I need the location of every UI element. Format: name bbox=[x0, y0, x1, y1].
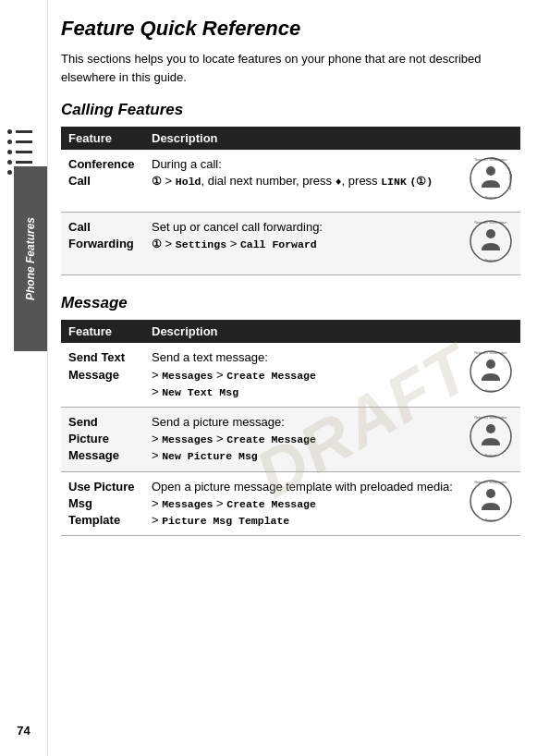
feature-icon-pic-template: Network / Subscription Feature bbox=[461, 471, 520, 536]
svg-point-13 bbox=[470, 416, 511, 457]
svg-point-14 bbox=[486, 424, 495, 433]
svg-text:Feature: Feature bbox=[485, 196, 496, 200]
section-heading-calling: Calling Features bbox=[61, 101, 520, 119]
feature-desc-picture-msg: Send a picture message: > Messages > Cre… bbox=[144, 407, 461, 471]
feature-desc-text-msg: Send a text message: > Messages > Create… bbox=[144, 343, 461, 407]
message-features-table: Feature Description Send Text Message Se… bbox=[61, 320, 520, 536]
intro-text: This sections helps you to locate featur… bbox=[61, 50, 520, 86]
feature-label-picture-msg: Send Picture Message bbox=[61, 407, 144, 471]
col-description-calling: Description bbox=[144, 127, 520, 150]
svg-text:Network / Subscription: Network / Subscription bbox=[474, 158, 506, 162]
sidebar: Phone Features 74 bbox=[0, 0, 48, 756]
svg-point-1 bbox=[486, 166, 495, 176]
sidebar-tab: Phone Features bbox=[14, 166, 47, 351]
col-feature-message: Feature bbox=[61, 320, 144, 343]
svg-text:Network / Subscription: Network / Subscription bbox=[474, 416, 506, 420]
svg-point-17 bbox=[470, 481, 511, 521]
feature-label-text-msg: Send Text Message bbox=[61, 343, 144, 407]
table-row: Call Forwarding Set up or cancel call fo… bbox=[61, 213, 520, 275]
svg-text:Feature: Feature bbox=[485, 389, 496, 393]
calling-features-table: Feature Description Conference Call Duri… bbox=[61, 127, 520, 275]
svg-text:Feature: Feature bbox=[485, 259, 496, 262]
svg-point-5 bbox=[470, 221, 511, 262]
page-wrapper: Phone Features 74 Feature Quick Referenc… bbox=[0, 0, 537, 756]
svg-text:Network / Subscription: Network / Subscription bbox=[474, 481, 506, 484]
feature-icon-forwarding: Network / Subscription Feature bbox=[461, 213, 520, 275]
section-heading-message: Message bbox=[61, 294, 520, 312]
feature-desc-forwarding: Set up or cancel call forwarding: ① > Se… bbox=[144, 213, 461, 275]
feature-label-conference: Conference Call bbox=[61, 150, 144, 213]
svg-point-10 bbox=[486, 360, 495, 369]
main-content: Feature Quick Reference This sections he… bbox=[48, 0, 537, 756]
col-feature-calling: Feature bbox=[61, 127, 144, 150]
table-row: Send Text Message Send a text message: >… bbox=[61, 343, 520, 407]
feature-icon-conference: Network / Subscription Dependent Feature bbox=[461, 150, 520, 213]
page-number: 74 bbox=[17, 724, 30, 738]
svg-text:Network / Subscription: Network / Subscription bbox=[474, 351, 506, 355]
svg-text:Feature: Feature bbox=[485, 518, 496, 522]
feature-desc-conference: During a call: ① > Hold, dial next numbe… bbox=[144, 150, 461, 213]
feature-label-forwarding: Call Forwarding bbox=[61, 213, 144, 275]
table-row: Use Picture Msg Template Open a picture … bbox=[61, 471, 520, 536]
svg-text:Feature: Feature bbox=[485, 454, 496, 457]
svg-text:Dependent: Dependent bbox=[508, 174, 512, 189]
feature-icon-picture-msg: Network / Subscription Feature bbox=[461, 407, 520, 471]
svg-point-6 bbox=[486, 229, 495, 238]
table-row: Send Picture Message Send a picture mess… bbox=[61, 407, 520, 471]
feature-icon-text-msg: Network / Subscription Feature bbox=[461, 343, 520, 407]
feature-desc-pic-template: Open a picture message template with pre… bbox=[144, 471, 461, 536]
svg-text:Network / Subscription: Network / Subscription bbox=[474, 221, 506, 225]
col-description-message: Description bbox=[144, 320, 520, 343]
page-title: Feature Quick Reference bbox=[61, 17, 520, 41]
svg-point-18 bbox=[486, 489, 495, 498]
svg-point-9 bbox=[470, 351, 511, 392]
sidebar-rotated-label: Phone Features bbox=[24, 217, 37, 300]
feature-label-pic-template: Use Picture Msg Template bbox=[61, 471, 144, 536]
table-row: Conference Call During a call: ① > Hold,… bbox=[61, 150, 520, 213]
